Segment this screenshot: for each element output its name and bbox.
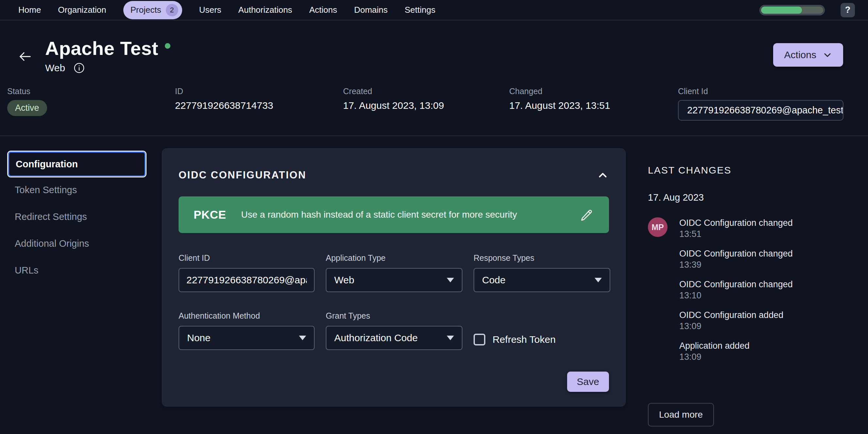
nav-item-organization[interactable]: Organization [58,5,106,15]
nav-item-settings[interactable]: Settings [405,5,435,15]
meta-client-id: Client Id 227791926638780269@apache_test [678,87,843,121]
event-title: OIDC Configuration changed [679,248,842,259]
refresh-token-checkbox[interactable] [473,334,485,345]
actions-dropdown-label: Actions [784,49,816,61]
grant-types-label: Grant Types [326,311,462,321]
status-badge: Active [7,100,47,116]
nav-item-domains[interactable]: Domains [354,5,388,15]
event-time: 13:09 [679,351,842,362]
save-button[interactable]: Save [567,372,609,392]
select-caret-icon [447,336,454,340]
change-event-row: OIDC Configuration changed 13:10 [648,279,842,301]
client-id-value-box[interactable]: 227791926638780269@apache_test [678,100,843,121]
avatar: MP [648,217,668,237]
sidebar-item-additional-origins[interactable]: Additional Origins [7,230,149,257]
collapse-chevron-up-icon[interactable] [596,169,609,181]
oidc-configuration-card: OIDC CONFIGURATION PKCE Use a random has… [162,148,626,406]
created-value: 17. August 2023, 13:09 [343,100,509,111]
changed-value: 17. August 2023, 13:51 [509,100,678,111]
response-types-value: Code [482,274,506,286]
event-time: 13:10 [679,290,842,301]
load-more-button[interactable]: Load more [648,403,714,427]
authentication-method-value: None [187,332,211,343]
main-content: Configuration Token Settings Redirect Se… [0,136,868,434]
change-event-row: OIDC Configuration changed 13:39 [648,248,842,270]
sidebar-item-urls[interactable]: URLs [7,257,149,284]
quota-progress-fill [761,6,802,14]
help-button[interactable]: ? [840,3,855,17]
last-changes-title: LAST CHANGES [648,165,842,176]
created-label: Created [343,87,509,96]
back-arrow-icon[interactable] [18,49,33,64]
nav-item-projects[interactable]: Projects 2 [123,1,182,19]
event-title: OIDC Configuration changed [679,217,842,228]
app-header: Apache Test Web Actions [0,20,868,73]
authentication-method-field-group: Authentication Method None [179,311,315,350]
meta-status: Status Active [7,87,175,116]
last-changes-panel: LAST CHANGES 17. Aug 2023 MP OIDC Config… [648,148,868,434]
quota-progress-track [761,6,823,14]
id-value: 227791926638714733 [175,100,343,111]
chevron-down-icon [823,50,832,60]
page-title: Apache Test [45,37,158,59]
nav-item-projects-label: Projects [130,5,161,15]
client-id-input[interactable] [179,268,315,292]
client-id-label: Client Id [678,87,843,96]
event-title: OIDC Configuration added [679,309,842,321]
meta-created: Created 17. August 2023, 13:09 [343,87,509,111]
select-caret-icon [299,336,306,340]
settings-sidebar: Configuration Token Settings Redirect Se… [7,148,149,284]
active-state-dot [165,43,170,49]
grant-types-field-group: Grant Types Authorization Code [326,311,462,350]
top-navigation: Home Organization Projects 2 Users Autho… [0,0,868,20]
application-detail-page: Home Organization Projects 2 Users Autho… [0,0,868,434]
refresh-token-label: Refresh Token [493,334,556,345]
change-event-row: MP OIDC Configuration changed 13:51 [648,217,842,239]
application-type-value: Web [334,274,354,286]
sidebar-item-token-settings[interactable]: Token Settings [7,176,149,203]
pkce-banner-title: PKCE [194,208,226,221]
event-time: 13:51 [679,228,842,239]
sidebar-item-redirect-settings[interactable]: Redirect Settings [7,203,149,230]
change-event-row: Application added 13:09 [648,340,842,362]
quota-progress-bar [760,5,825,15]
pkce-banner: PKCE Use a random hash instead of a stat… [179,196,609,233]
event-time: 13:09 [679,321,842,332]
changed-label: Changed [509,87,678,96]
refresh-token-field-group: Refresh Token [473,311,610,350]
change-event-row: OIDC Configuration added 13:09 [648,309,842,332]
meta-changed: Changed 17. August 2023, 13:51 [509,87,678,111]
event-title: OIDC Configuration changed [679,279,842,290]
edit-pencil-icon[interactable] [580,207,594,222]
grant-types-select[interactable]: Authorization Code [326,326,462,350]
response-types-field-group: Response Types Code [473,253,610,292]
sidebar-item-configuration[interactable]: Configuration [8,152,146,176]
changes-date: 17. Aug 2023 [648,192,842,203]
application-meta-row: Status Active ID 227791926638714733 Crea… [0,73,868,121]
status-label: Status [7,87,175,96]
pkce-banner-description: Use a random hash instead of a static cl… [241,209,517,220]
select-caret-icon [595,278,602,282]
grant-types-value: Authorization Code [334,332,417,343]
response-types-select[interactable]: Code [473,268,610,292]
authentication-method-label: Authentication Method [179,311,315,321]
application-type-select[interactable]: Web [326,268,462,292]
event-time: 13:39 [679,259,842,270]
event-title: Application added [679,340,842,351]
info-icon[interactable] [73,62,85,73]
card-title: OIDC CONFIGURATION [179,169,306,181]
client-id-field-label: Client ID [179,253,315,263]
nav-item-actions[interactable]: Actions [309,5,337,15]
id-label: ID [175,87,343,96]
meta-id: ID 227791926638714733 [175,87,343,111]
nav-item-authorizations[interactable]: Authorizations [239,5,292,15]
projects-count-badge: 2 [166,4,178,16]
nav-item-home[interactable]: Home [18,5,41,15]
client-id-field-group: Client ID [179,253,315,292]
authentication-method-select[interactable]: None [179,326,315,350]
application-type-field-group: Application Type Web [326,253,462,292]
app-type-subtitle: Web [45,62,65,73]
nav-item-users[interactable]: Users [199,5,221,15]
actions-dropdown-button[interactable]: Actions [773,43,843,67]
application-type-label: Application Type [326,253,462,263]
